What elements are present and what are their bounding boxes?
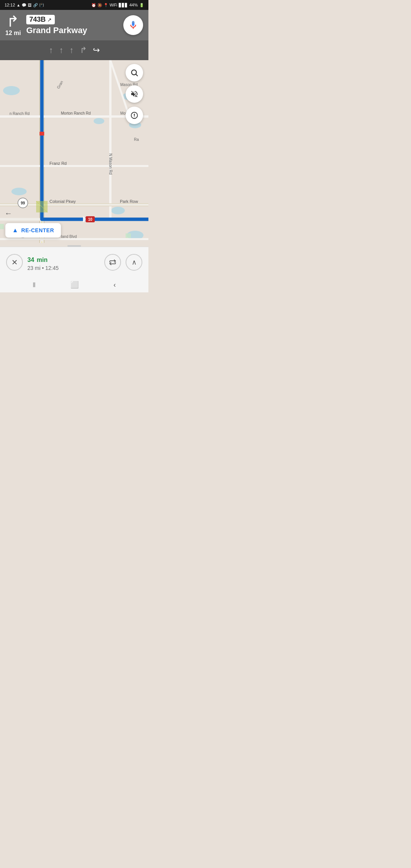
home-nav-icon[interactable]: ⬜ <box>70 281 79 289</box>
distance-unit: mi <box>14 30 21 36</box>
close-icon: ✕ <box>11 258 18 267</box>
report-button[interactable]: + <box>126 107 143 124</box>
battery-icon: 🔋 <box>139 3 144 7</box>
svg-rect-9 <box>0 224 4 229</box>
map-area[interactable]: Gran Mason Rd n Ranch Rd Morton Ranch Rd… <box>0 60 148 243</box>
minutes-value: 34 <box>27 257 34 263</box>
svg-text:Franz Rd: Franz Rd <box>49 161 67 166</box>
route-info: 743B ↗ Grand Parkway <box>26 15 118 35</box>
miles-value: 23 <box>27 265 33 271</box>
time-display: 12:12 <box>5 3 15 7</box>
exit-badge: 743B ↗ <box>26 15 55 24</box>
back-nav-icon[interactable]: ‹ <box>113 281 116 289</box>
mute-status-icon: 🔕 <box>97 3 102 7</box>
eta-separator: • <box>42 265 44 271</box>
expand-icon: ∧ <box>132 258 137 266</box>
svg-text:Colonial Pkwy: Colonial Pkwy <box>49 199 76 204</box>
nav-header: ↱ 12 mi 743B ↗ Grand Parkway <box>0 10 148 40</box>
turn-direction: ↱ 12 mi <box>5 14 21 37</box>
svg-text:Morton Ranch Rd: Morton Ranch Rd <box>61 111 91 115</box>
turn-arrow-icon: ↱ <box>6 14 19 29</box>
arrival-time: 12:45 <box>45 265 59 271</box>
location-status-icon: 📍 <box>104 3 108 7</box>
svg-rect-10 <box>126 233 131 238</box>
vibrate-icon: 📳 <box>39 3 44 7</box>
svg-point-0 <box>133 22 134 22</box>
distance-value: 12 <box>5 30 12 36</box>
expand-button[interactable]: ∧ <box>126 254 142 271</box>
alarm-icon: ⏰ <box>91 3 96 7</box>
eta-minutes: 34 min <box>27 254 100 264</box>
svg-text:10: 10 <box>88 217 92 222</box>
status-left: 12:12 ▲ 💬 🖼 🔗 📳 <box>5 3 44 7</box>
status-bar: 12:12 ▲ 💬 🖼 🔗 📳 ⏰ 🔕 📍 WiFi ▊▊▊ 44% 🔋 <box>0 0 148 10</box>
lane-2-icon: ↑ <box>59 45 64 55</box>
svg-text:Iand Blvd: Iand Blvd <box>61 235 77 239</box>
report-icon: + <box>130 111 139 120</box>
link-icon: 🔗 <box>33 3 38 7</box>
voice-search-button[interactable] <box>123 15 143 35</box>
svg-text:+: + <box>134 113 135 117</box>
eta-bar: ✕ 34 min 23 mi • 12:45 ∧ <box>0 247 148 277</box>
distance-label: 12 mi <box>5 30 21 37</box>
battery-percent: 44% <box>129 3 138 7</box>
location-arrow-icon: ▲ <box>17 3 21 7</box>
eta-info: 34 min 23 mi • 12:45 <box>27 254 100 271</box>
lane-guidance-bar: ↑ ↑ ↑ ↱ ↪ <box>0 40 148 60</box>
back-arrow-button[interactable]: ← <box>2 207 14 220</box>
exit-number: 743B <box>29 16 46 24</box>
status-right: ⏰ 🔕 📍 WiFi ▊▊▊ 44% 🔋 <box>91 3 144 7</box>
system-nav-bar: ⦀ ⬜ ‹ <box>0 277 148 292</box>
close-navigation-button[interactable]: ✕ <box>6 254 23 271</box>
signal-icon: ▊▊▊ <box>119 3 128 7</box>
mute-button[interactable] <box>126 85 143 103</box>
recenter-button[interactable]: ▲ RE-CENTER <box>5 223 61 238</box>
search-icon <box>130 69 139 77</box>
svg-text:n Ranch Rd: n Ranch Rd <box>10 112 30 116</box>
route-options-icon <box>109 258 116 266</box>
svg-text:99: 99 <box>21 201 25 205</box>
miles-unit: mi <box>35 265 40 271</box>
svg-text:Park Row: Park Row <box>120 199 138 204</box>
photo-icon: 🖼 <box>28 3 32 7</box>
svg-point-7 <box>111 207 125 214</box>
exit-arrow-icon: ↗ <box>47 17 52 23</box>
menu-nav-icon[interactable]: ⦀ <box>33 281 36 289</box>
back-arrow-icon: ← <box>5 209 12 217</box>
lane-3-icon: ↑ <box>70 45 74 55</box>
lane-4-icon: ↱ <box>80 45 87 55</box>
microphone-icon <box>128 20 138 30</box>
eta-detail: 23 mi • 12:45 <box>27 265 100 271</box>
street-name: Grand Parkway <box>26 26 118 35</box>
svg-rect-25 <box>40 132 44 136</box>
minutes-unit: min <box>37 257 47 263</box>
mute-icon <box>130 90 139 98</box>
svg-text:Ra: Ra <box>134 137 139 142</box>
svg-point-6 <box>11 188 27 195</box>
map-svg: Gran Mason Rd n Ranch Rd Morton Ranch Rd… <box>0 60 148 243</box>
recenter-icon: ▲ <box>12 227 18 234</box>
lane-5-icon: ↪ <box>93 45 100 55</box>
message-icon: 💬 <box>22 3 26 7</box>
recenter-label: RE-CENTER <box>21 227 54 233</box>
svg-point-2 <box>3 86 20 95</box>
wifi-icon: WiFi <box>110 3 117 7</box>
svg-line-46 <box>136 74 137 76</box>
svg-text:N Mason Rd: N Mason Rd <box>108 153 113 175</box>
lane-1-icon: ↑ <box>49 45 53 55</box>
svg-point-4 <box>94 118 104 124</box>
route-options-button[interactable] <box>104 254 121 271</box>
svg-rect-1 <box>0 60 148 243</box>
search-button[interactable] <box>126 64 143 81</box>
